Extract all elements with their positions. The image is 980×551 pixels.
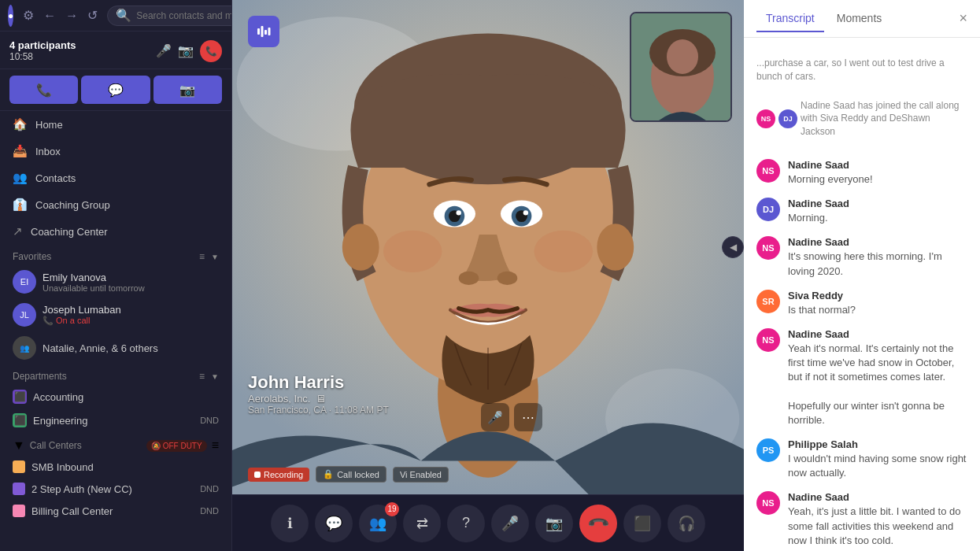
oncall-icon: 📞 [43,316,56,325]
msg-4-text: Yeah it's normal. It's certainly not the… [788,342,967,427]
dept-accounting[interactable]: ⬛ Accounting [0,385,231,409]
nav-coaching-group-label: Coaching Group [35,199,110,211]
refresh-icon[interactable]: ↺ [87,8,98,23]
msg-0-text: Morning everyone! [788,172,967,187]
settings-icon[interactable]: ⚙ [23,8,34,23]
search-icon: 🔍 [116,8,131,23]
mic-icon[interactable]: 🎤 [156,43,172,58]
msg-1-text: Morning. [788,211,967,225]
transfer-button[interactable]: ⇄ [403,505,441,542]
caller-company: Aerolabs, Inc. 🖥 [248,393,389,405]
end-call-bottom-button[interactable]: 📞 [579,505,617,542]
search-bar[interactable]: 🔍 CMD + / [107,6,232,26]
main-content: John Harris Aerolabs, Inc. 🖥 San Francis… [232,0,744,551]
nav-coaching-group[interactable]: 👔 Coaching Group [0,191,231,218]
back-icon[interactable]: ← [43,9,56,23]
rec-dot [254,471,261,478]
participants-badge: 19 [385,502,399,516]
msg-3: SR Siva Reddy Is that normal? [756,290,967,317]
engineering-dnd: DND [200,416,219,425]
caller-name: John Harris [248,372,389,393]
group-avatar: 👥 [13,336,36,360]
cc-billing-call-center[interactable]: Billing Call Center DND [0,500,231,522]
svg-rect-20 [257,28,260,35]
search-input[interactable] [136,10,232,21]
msg-5-avatar: PS [756,438,780,462]
coaching-center-icon: ↗ [13,224,23,239]
svg-point-27 [667,39,698,74]
tab-transcript[interactable]: Transcript [756,6,824,32]
msg-1-avatar: DJ [756,198,780,221]
nav-home-label: Home [35,119,63,131]
tab-moments[interactable]: Moments [827,6,892,32]
svg-point-14 [457,210,461,215]
forward-icon[interactable]: → [65,9,78,23]
more-options-button[interactable]: ⋯ [514,403,542,431]
msg-6: NS Nadine Saad Yeah, it's just a little … [756,491,967,548]
svg-point-19 [534,231,594,272]
nav-contacts-label: Contacts [35,172,76,184]
video-button[interactable]: 📷 [153,76,222,104]
engineering-label: Engineering [33,415,194,427]
bottom-controls-bar: ℹ 💬 👥 19 ⇄ ? 🎤 📷 📞 ⬛ 🎧 [232,494,744,551]
video-bottom-button[interactable]: 📷 [535,505,573,542]
svg-rect-23 [268,28,271,35]
sidebar: ● ⚙ ← → ↺ 🔍 CMD + / Natalie Woods +1 (60… [0,0,232,551]
video-icon[interactable]: 📷 [178,43,194,58]
msg-6-sender: Nadine Saad [788,491,967,503]
help-icon: ? [462,515,470,531]
mic-button[interactable]: 🎤 [491,505,529,542]
message-button[interactable]: 💬 [81,76,150,104]
call-centers-header[interactable]: ▼ Call Centers 🔕 OFF DUTY ≡ [0,432,231,456]
nav-contacts[interactable]: 👥 Contacts [0,165,231,191]
favorite-joseph[interactable]: JL Joseph Lumaban 📞 On a call [0,298,231,331]
end-call-button[interactable]: 📞 [200,40,222,62]
favorites-label: Favorites [13,251,51,262]
billing-label: Billing Call Center [31,505,194,517]
system-join-message: NS DJ Nadine Saad has joined the call al… [756,99,967,148]
cc-2step-auth[interactable]: 2 Step Auth (New CC) DND [0,478,231,500]
panel-close-button[interactable]: × [959,10,967,27]
dept-engineering[interactable]: ⬛ Engineering DND [0,409,231,432]
nav-inbox[interactable]: 📥 Inbox [0,138,231,165]
coaching-group-icon: 👔 [13,198,28,212]
panel-tabs: Transcript Moments × [744,0,980,38]
svg-point-15 [523,210,528,215]
transcript-area: ...purchase a car, so I went out to test… [744,38,980,551]
msg-5: PS Philippe Salah I wouldn't mind having… [756,438,967,480]
smb-label: SMB Inbound [31,461,219,473]
msg-1-sender: Nadine Saad [788,198,967,209]
msg-5-sender: Philippe Salah [788,438,967,450]
svg-point-17 [497,272,518,285]
favorites-collapse-icon: ▼ [211,253,219,261]
info-button[interactable]: ℹ [271,505,309,542]
emily-name: Emily Ivanova [43,272,145,283]
favorites-sort-icon: ≡ [199,251,205,262]
phone-button[interactable]: 📞 [9,76,78,104]
video-area: John Harris Aerolabs, Inc. 🖥 San Francis… [232,0,744,494]
chat-button[interactable]: 💬 [315,505,353,542]
participants-button[interactable]: 👥 19 [359,505,397,542]
app-logo: ● [8,5,13,27]
nav-coaching-center[interactable]: ↗ Coaching Center [0,218,231,245]
msg-2: NS Nadine Saad It's snowing here this mo… [756,236,967,278]
departments-section-header[interactable]: Departments ≡ ▼ [0,364,231,385]
svg-rect-21 [261,26,264,37]
call-header: 4 participants 10:58 🎤 📷 📞 [0,31,231,69]
msg-3-text: Is that normal? [788,303,967,317]
inbox-icon: 📥 [13,144,28,158]
mic-toggle-button[interactable]: 🎤 [481,403,509,431]
favorite-group[interactable]: 👥 Natalie, Annie, & 6 others [0,331,231,364]
help-button[interactable]: ? [447,505,485,542]
screen-share-button[interactable]: ⬛ [623,505,661,542]
nav-home[interactable]: 🏠 Home [0,111,231,138]
favorite-emily[interactable]: EI Emily Ivanova Unavailable until tomor… [0,265,231,298]
headset-button[interactable]: 🎧 [668,505,705,542]
cc-collapse-icon: ▼ [13,438,25,453]
favorites-section-header[interactable]: Favorites ≡ ▼ [0,245,231,265]
status-badges: Recording 🔒 Call locked Vi Enabled [248,466,449,483]
msg-6-avatar: NS [756,491,780,515]
collapse-panel-button[interactable]: ◀ [722,236,744,258]
dj-join-avatar: DJ [778,109,797,128]
cc-smb-inbound[interactable]: SMB Inbound [0,456,231,478]
